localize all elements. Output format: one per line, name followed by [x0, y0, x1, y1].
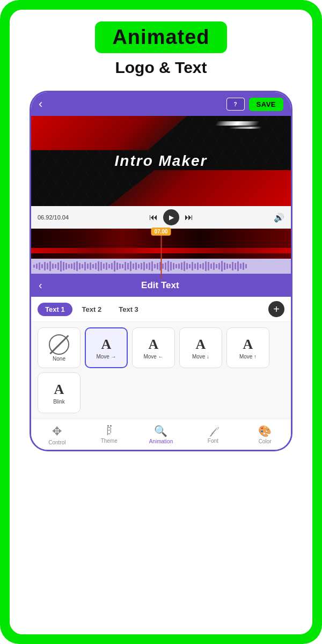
film-icon[interactable]: ? — [226, 98, 245, 111]
bottom-nav: ✥ Control Ꞵ̈ Theme 🔍 Animation 𝒻 Font — [31, 419, 291, 450]
nav-animation[interactable]: 🔍 Animation — [135, 422, 187, 448]
anim-move-up[interactable]: A Move ↑ — [226, 327, 269, 368]
font-icon: 𝒻 — [211, 425, 215, 437]
save-button[interactable]: SAVE — [249, 98, 283, 111]
nav-theme[interactable]: Ꞵ̈ Theme — [83, 422, 135, 448]
phone-topbar: ‹ ? SAVE — [31, 92, 291, 116]
anim-move-right-label: Move → — [96, 354, 116, 360]
tab-text3[interactable]: Text 3 — [111, 303, 146, 316]
tab-text1[interactable]: Text 1 — [38, 303, 72, 316]
color-icon: 🎨 — [258, 425, 272, 437]
timeline-area: 07.00 — [31, 229, 291, 274]
playback-controls: ⏮ ▶ ⏭ — [149, 209, 193, 225]
edit-back-button[interactable]: ‹ — [39, 279, 42, 291]
anim-move-left[interactable]: A Move ← — [132, 327, 175, 368]
color-label: Color — [259, 438, 272, 444]
nav-color[interactable]: 🎨 Color — [239, 422, 291, 448]
anim-move-down[interactable]: A Move ↓ — [179, 327, 222, 368]
control-label: Control — [48, 440, 65, 445]
phone-mockup: ‹ ? SAVE Intro Maker — [10, 91, 312, 634]
timeline-controls: 06.92/10.04 ⏮ ▶ ⏭ 🔊 — [31, 206, 291, 229]
subtitle-text: Logo & Text — [115, 58, 207, 77]
anim-blink[interactable]: A Blink — [38, 372, 80, 413]
phone-body: ‹ ? SAVE Intro Maker — [30, 91, 292, 451]
video-preview: Intro Maker — [31, 116, 291, 206]
marker-line — [160, 236, 162, 279]
volume-button[interactable]: 🔊 — [274, 213, 284, 223]
anim-move-right-icon: A — [101, 336, 112, 353]
anim-move-left-label: Move ← — [143, 354, 163, 360]
skip-forward-button[interactable]: ⏭ — [185, 213, 193, 222]
animation-grid: None A Move → A Move ← A M — [31, 322, 291, 419]
anim-move-up-icon: A — [243, 336, 253, 353]
anim-move-left-icon: A — [149, 336, 159, 353]
anim-move-right[interactable]: A Move → — [85, 327, 128, 368]
animated-badge-text: Animated — [112, 26, 209, 48]
font-label: Font — [208, 438, 218, 444]
diagonal-lines2 — [229, 127, 262, 129]
none-icon — [49, 334, 69, 355]
play-button[interactable]: ▶ — [163, 209, 179, 225]
anim-move-up-label: Move ↑ — [239, 354, 257, 360]
edit-title: Edit Text — [48, 280, 273, 291]
animated-badge: Animated — [95, 21, 226, 53]
anim-blink-label: Blink — [53, 399, 65, 405]
film-icon-label: ? — [234, 101, 237, 107]
nav-font[interactable]: 𝒻 Font — [187, 422, 239, 448]
nav-control[interactable]: ✥ Control — [31, 422, 83, 448]
animation-icon: 🔍 — [154, 425, 167, 437]
marker-label: 07.00 — [151, 228, 171, 236]
tab-text2[interactable]: Text 2 — [75, 303, 109, 316]
anim-blink-icon: A — [54, 382, 64, 398]
anim-move-down-icon: A — [196, 336, 206, 353]
back-button[interactable]: ‹ — [39, 97, 42, 111]
intro-maker-text: Intro Maker — [115, 152, 208, 170]
topbar-right: ? SAVE — [226, 98, 283, 111]
text-tabs: Text 1 Text 2 Text 3 + — [31, 297, 291, 322]
time-display: 06.92/10.04 — [38, 214, 69, 221]
anim-none[interactable]: None — [38, 327, 80, 368]
diagonal-lines — [215, 121, 260, 126]
theme-label: Theme — [101, 438, 118, 444]
anim-move-down-label: Move ↓ — [192, 354, 209, 360]
timeline-marker[interactable]: 07.00 — [151, 228, 171, 279]
outer-frame: Animated Logo & Text ‹ ? SAVE — [0, 0, 322, 644]
theme-icon: Ꞵ̈ — [107, 425, 112, 437]
add-tab-button[interactable]: + — [268, 301, 284, 317]
animation-label: Animation — [149, 438, 173, 444]
inner-white: Animated Logo & Text ‹ ? SAVE — [10, 10, 312, 634]
skip-back-button[interactable]: ⏮ — [149, 213, 158, 222]
top-section: Animated Logo & Text — [10, 10, 312, 91]
anim-none-label: None — [53, 356, 65, 362]
control-icon: ✥ — [52, 425, 62, 438]
